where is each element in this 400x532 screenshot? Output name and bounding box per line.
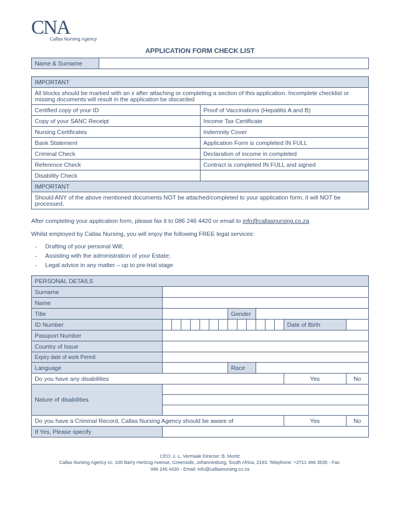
id-digit[interactable] [228,319,237,330]
name-table: Name & Surname [31,58,369,69]
whilst-text: Whilst employed by Callas Nursing, you w… [31,230,369,238]
check-item: Criminal Check [32,149,201,159]
id-digit[interactable] [256,319,265,330]
gender-label: Gender [228,308,256,319]
important-intro: All blocks should be marked with an x af… [32,88,369,105]
personal-heading: PERSONAL DETAILS [32,275,369,286]
nature-input-3[interactable] [162,405,368,415]
logo-sub: Callas Nursing Agency [50,36,369,42]
check-item: Declaration of income in completed [200,149,369,159]
id-digit[interactable] [199,319,209,330]
important-footer-text: Should ANY of the above mentioned docume… [32,192,369,209]
specify-label: If Yes, Please specify [32,426,163,437]
footer-line3: 086 246 4420 - Email: info@callasnursing… [31,466,369,473]
important-footer-heading: IMPORTANT [32,181,369,192]
dob-label: Date of Birth [284,319,346,330]
title-label: Title [32,308,163,319]
id-digit[interactable] [171,319,181,330]
nature-input-2[interactable] [162,394,368,405]
check-item: Income Tax Certificate [200,116,369,127]
id-digit[interactable] [246,319,256,330]
name-input[interactable] [162,297,368,308]
dob-input[interactable] [346,319,368,330]
country-input[interactable] [162,341,368,352]
gender-input[interactable] [256,308,368,319]
specify-input[interactable] [162,426,368,437]
passport-input[interactable] [162,330,368,341]
important-heading: IMPORTANT [32,77,369,88]
check-item: Bank Statement [32,138,201,149]
footer-line1: CEO: J. L. Vermaak Director: B. Moritz [31,453,369,460]
id-digit[interactable] [218,319,228,330]
check-item: Nursing Certificates [32,127,201,138]
check-item: Application Form is completed IN FULL [200,138,369,149]
disabilities-no[interactable]: No [346,373,368,384]
name-label: Name [32,297,163,308]
id-digit[interactable] [162,319,171,330]
country-label: Country of Issue [32,341,163,352]
footer: CEO: J. L. Vermaak Director: B. Moritz C… [31,453,369,473]
check-item: Copy of your SANC Receipt [32,116,201,127]
criminal-no[interactable]: No [346,415,368,426]
logo-main: CNA [31,16,70,38]
id-label: ID Number [32,319,163,330]
list-item: Drafting of your personal Will; [42,243,369,249]
check-item: Contract is completed IN FULL and signed [200,159,369,170]
id-digit[interactable] [190,319,199,330]
check-item: Proof of Vaccinations (Hepatitis A and B… [200,105,369,116]
name-surname-label: Name & Surname [32,58,99,69]
expiry-label: Expiry date of work Permit [32,352,163,362]
check-item [200,170,369,181]
expiry-input[interactable] [162,352,368,362]
disabilities-question: Do you have any disabilities [32,373,284,384]
id-digit[interactable] [209,319,218,330]
logo: CNA Callas Nursing Agency [31,16,369,42]
title-input[interactable] [162,308,228,319]
services-list: Drafting of your personal Will; Assistin… [42,243,369,268]
check-item: Certified copy of your ID [32,105,201,116]
passport-label: Passport Number [32,330,163,341]
id-digit[interactable] [237,319,246,330]
nature-label: Nature of disabilities [32,384,163,415]
disabilities-yes[interactable]: Yes [284,373,346,384]
criminal-question: Do you have a Criminal Record, Callas Nu… [32,415,284,426]
check-item: Indemnity Cover [200,127,369,138]
surname-label: Surname [32,286,163,297]
list-item: Legal advice in any matter – up to pre-t… [42,262,369,268]
race-label: Race [228,362,256,373]
after-text: After completing your application form, … [31,217,369,225]
list-item: Assisting with the administration of you… [42,252,369,259]
language-input[interactable] [162,362,228,373]
id-digit[interactable] [181,319,190,330]
check-item: Reference Check [32,159,201,170]
language-label: Language [32,362,163,373]
id-digit[interactable] [265,319,274,330]
nature-input-1[interactable] [162,384,368,394]
page-title: APPLICATION FORM CHECK LIST [31,47,369,55]
important-table: IMPORTANT All blocks should be marked wi… [31,76,369,209]
criminal-yes[interactable]: Yes [284,415,346,426]
email-link[interactable]: info@callasnursing.co.za [243,218,309,224]
id-digit[interactable] [274,319,284,330]
after-text-body: After completing your application form, … [31,218,243,224]
check-item: Disability Check [32,170,201,181]
personal-details-table: PERSONAL DETAILS Surname Name Title Gend… [31,275,369,437]
race-input[interactable] [256,362,368,373]
name-surname-input[interactable] [99,58,369,69]
footer-line2: Callas Nursing Agency cc. 100 Barry Hert… [31,459,369,466]
surname-input[interactable] [162,286,368,297]
